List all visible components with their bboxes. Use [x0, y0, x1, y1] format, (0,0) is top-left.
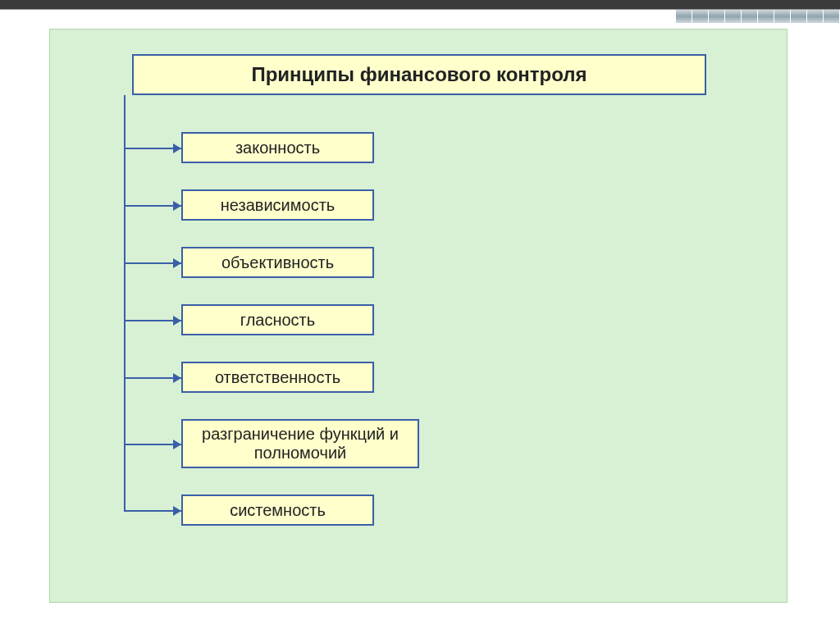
- connector-arrow: [124, 148, 181, 149]
- connector-arrow: [124, 262, 181, 264]
- principle-item: законность: [181, 132, 374, 163]
- principle-item: ответственность: [181, 362, 374, 393]
- connector-arrow: [124, 205, 181, 207]
- principle-item: гласность: [181, 304, 374, 335]
- decorative-strips: [676, 10, 840, 23]
- principle-item: системность: [181, 495, 374, 526]
- diagram-panel: Принципы финансового контроля законность…: [49, 29, 788, 603]
- principle-item: разграничение функций и полномочий: [181, 419, 419, 468]
- connector-vertical: [124, 95, 126, 511]
- connector-arrow: [124, 444, 181, 445]
- connector-arrow: [124, 320, 181, 321]
- diagram-title: Принципы финансового контроля: [132, 54, 706, 95]
- connector-arrow: [124, 377, 181, 379]
- principle-item: независимость: [181, 189, 374, 221]
- top-bar: [0, 0, 840, 10]
- principle-item: объективность: [181, 247, 374, 278]
- connector-arrow: [124, 510, 181, 512]
